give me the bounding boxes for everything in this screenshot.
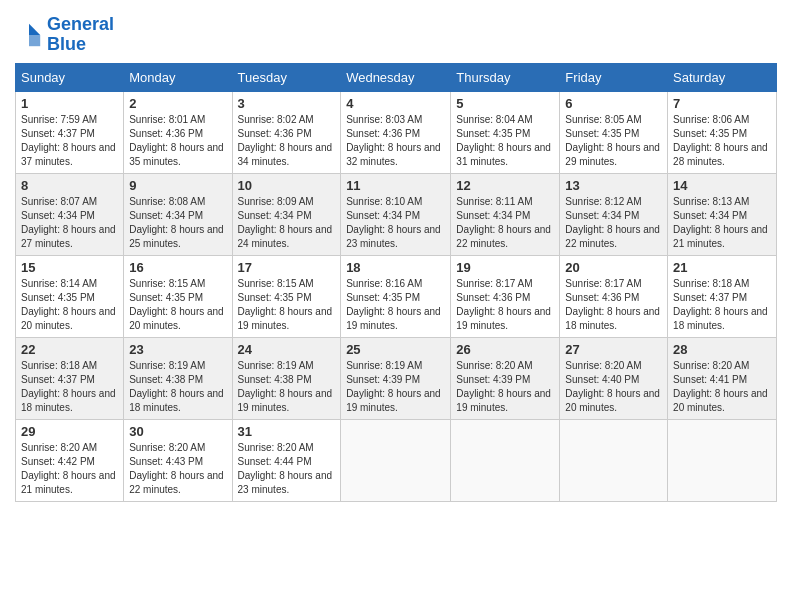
day-info: Sunrise: 8:07 AM Sunset: 4:34 PM Dayligh… — [21, 195, 118, 251]
day-number: 10 — [238, 178, 336, 193]
svg-marker-0 — [29, 24, 40, 35]
day-header-friday: Friday — [560, 63, 668, 91]
calendar-cell: 26Sunrise: 8:20 AM Sunset: 4:39 PM Dayli… — [451, 337, 560, 419]
day-number: 22 — [21, 342, 118, 357]
day-number: 25 — [346, 342, 445, 357]
day-info: Sunrise: 8:06 AM Sunset: 4:35 PM Dayligh… — [673, 113, 771, 169]
day-info: Sunrise: 8:08 AM Sunset: 4:34 PM Dayligh… — [129, 195, 226, 251]
week-row-3: 15Sunrise: 8:14 AM Sunset: 4:35 PM Dayli… — [16, 255, 777, 337]
week-row-4: 22Sunrise: 8:18 AM Sunset: 4:37 PM Dayli… — [16, 337, 777, 419]
calendar-cell: 13Sunrise: 8:12 AM Sunset: 4:34 PM Dayli… — [560, 173, 668, 255]
day-number: 29 — [21, 424, 118, 439]
day-number: 21 — [673, 260, 771, 275]
day-number: 23 — [129, 342, 226, 357]
day-info: Sunrise: 8:15 AM Sunset: 4:35 PM Dayligh… — [129, 277, 226, 333]
day-info: Sunrise: 8:09 AM Sunset: 4:34 PM Dayligh… — [238, 195, 336, 251]
day-number: 20 — [565, 260, 662, 275]
day-info: Sunrise: 8:17 AM Sunset: 4:36 PM Dayligh… — [565, 277, 662, 333]
day-info: Sunrise: 8:14 AM Sunset: 4:35 PM Dayligh… — [21, 277, 118, 333]
day-info: Sunrise: 8:13 AM Sunset: 4:34 PM Dayligh… — [673, 195, 771, 251]
day-number: 19 — [456, 260, 554, 275]
calendar-cell: 27Sunrise: 8:20 AM Sunset: 4:40 PM Dayli… — [560, 337, 668, 419]
day-number: 17 — [238, 260, 336, 275]
calendar-cell — [560, 419, 668, 501]
day-number: 16 — [129, 260, 226, 275]
day-header-thursday: Thursday — [451, 63, 560, 91]
day-number: 27 — [565, 342, 662, 357]
day-header-wednesday: Wednesday — [341, 63, 451, 91]
day-number: 11 — [346, 178, 445, 193]
calendar-cell — [668, 419, 777, 501]
day-number: 4 — [346, 96, 445, 111]
day-number: 7 — [673, 96, 771, 111]
day-info: Sunrise: 7:59 AM Sunset: 4:37 PM Dayligh… — [21, 113, 118, 169]
calendar-cell: 3Sunrise: 8:02 AM Sunset: 4:36 PM Daylig… — [232, 91, 341, 173]
day-number: 13 — [565, 178, 662, 193]
calendar-cell: 23Sunrise: 8:19 AM Sunset: 4:38 PM Dayli… — [124, 337, 232, 419]
calendar-cell: 18Sunrise: 8:16 AM Sunset: 4:35 PM Dayli… — [341, 255, 451, 337]
day-info: Sunrise: 8:20 AM Sunset: 4:41 PM Dayligh… — [673, 359, 771, 415]
day-info: Sunrise: 8:02 AM Sunset: 4:36 PM Dayligh… — [238, 113, 336, 169]
day-number: 15 — [21, 260, 118, 275]
day-number: 18 — [346, 260, 445, 275]
logo-text: General Blue — [47, 15, 114, 55]
day-number: 28 — [673, 342, 771, 357]
day-info: Sunrise: 8:16 AM Sunset: 4:35 PM Dayligh… — [346, 277, 445, 333]
calendar-cell: 19Sunrise: 8:17 AM Sunset: 4:36 PM Dayli… — [451, 255, 560, 337]
calendar-cell: 6Sunrise: 8:05 AM Sunset: 4:35 PM Daylig… — [560, 91, 668, 173]
calendar-cell: 1Sunrise: 7:59 AM Sunset: 4:37 PM Daylig… — [16, 91, 124, 173]
calendar-cell: 24Sunrise: 8:19 AM Sunset: 4:38 PM Dayli… — [232, 337, 341, 419]
calendar-cell: 4Sunrise: 8:03 AM Sunset: 4:36 PM Daylig… — [341, 91, 451, 173]
calendar-cell: 25Sunrise: 8:19 AM Sunset: 4:39 PM Dayli… — [341, 337, 451, 419]
page: General Blue SundayMondayTuesdayWednesda… — [0, 0, 792, 612]
calendar-cell: 8Sunrise: 8:07 AM Sunset: 4:34 PM Daylig… — [16, 173, 124, 255]
svg-marker-1 — [29, 35, 40, 46]
calendar-cell: 7Sunrise: 8:06 AM Sunset: 4:35 PM Daylig… — [668, 91, 777, 173]
day-number: 6 — [565, 96, 662, 111]
day-number: 31 — [238, 424, 336, 439]
day-header-monday: Monday — [124, 63, 232, 91]
day-info: Sunrise: 8:12 AM Sunset: 4:34 PM Dayligh… — [565, 195, 662, 251]
week-row-2: 8Sunrise: 8:07 AM Sunset: 4:34 PM Daylig… — [16, 173, 777, 255]
calendar-cell: 15Sunrise: 8:14 AM Sunset: 4:35 PM Dayli… — [16, 255, 124, 337]
day-of-week-header-row: SundayMondayTuesdayWednesdayThursdayFrid… — [16, 63, 777, 91]
day-number: 2 — [129, 96, 226, 111]
calendar-cell: 20Sunrise: 8:17 AM Sunset: 4:36 PM Dayli… — [560, 255, 668, 337]
day-info: Sunrise: 8:15 AM Sunset: 4:35 PM Dayligh… — [238, 277, 336, 333]
day-number: 12 — [456, 178, 554, 193]
day-number: 8 — [21, 178, 118, 193]
day-info: Sunrise: 8:11 AM Sunset: 4:34 PM Dayligh… — [456, 195, 554, 251]
day-info: Sunrise: 8:20 AM Sunset: 4:40 PM Dayligh… — [565, 359, 662, 415]
day-info: Sunrise: 8:19 AM Sunset: 4:39 PM Dayligh… — [346, 359, 445, 415]
calendar-cell: 2Sunrise: 8:01 AM Sunset: 4:36 PM Daylig… — [124, 91, 232, 173]
day-number: 24 — [238, 342, 336, 357]
calendar-table: SundayMondayTuesdayWednesdayThursdayFrid… — [15, 63, 777, 502]
day-number: 9 — [129, 178, 226, 193]
calendar-cell: 30Sunrise: 8:20 AM Sunset: 4:43 PM Dayli… — [124, 419, 232, 501]
calendar-cell: 16Sunrise: 8:15 AM Sunset: 4:35 PM Dayli… — [124, 255, 232, 337]
logo-icon — [15, 21, 43, 49]
day-header-sunday: Sunday — [16, 63, 124, 91]
calendar-cell — [341, 419, 451, 501]
day-info: Sunrise: 8:20 AM Sunset: 4:44 PM Dayligh… — [238, 441, 336, 497]
calendar-cell: 11Sunrise: 8:10 AM Sunset: 4:34 PM Dayli… — [341, 173, 451, 255]
day-number: 3 — [238, 96, 336, 111]
calendar-cell: 12Sunrise: 8:11 AM Sunset: 4:34 PM Dayli… — [451, 173, 560, 255]
day-number: 30 — [129, 424, 226, 439]
day-number: 5 — [456, 96, 554, 111]
day-header-saturday: Saturday — [668, 63, 777, 91]
calendar-cell: 29Sunrise: 8:20 AM Sunset: 4:42 PM Dayli… — [16, 419, 124, 501]
calendar-body: 1Sunrise: 7:59 AM Sunset: 4:37 PM Daylig… — [16, 91, 777, 501]
header: General Blue — [15, 15, 777, 55]
day-number: 14 — [673, 178, 771, 193]
day-info: Sunrise: 8:10 AM Sunset: 4:34 PM Dayligh… — [346, 195, 445, 251]
day-info: Sunrise: 8:20 AM Sunset: 4:39 PM Dayligh… — [456, 359, 554, 415]
day-number: 26 — [456, 342, 554, 357]
day-info: Sunrise: 8:03 AM Sunset: 4:36 PM Dayligh… — [346, 113, 445, 169]
day-info: Sunrise: 8:18 AM Sunset: 4:37 PM Dayligh… — [21, 359, 118, 415]
day-info: Sunrise: 8:17 AM Sunset: 4:36 PM Dayligh… — [456, 277, 554, 333]
logo: General Blue — [15, 15, 114, 55]
calendar-cell: 31Sunrise: 8:20 AM Sunset: 4:44 PM Dayli… — [232, 419, 341, 501]
day-info: Sunrise: 8:19 AM Sunset: 4:38 PM Dayligh… — [129, 359, 226, 415]
day-info: Sunrise: 8:19 AM Sunset: 4:38 PM Dayligh… — [238, 359, 336, 415]
